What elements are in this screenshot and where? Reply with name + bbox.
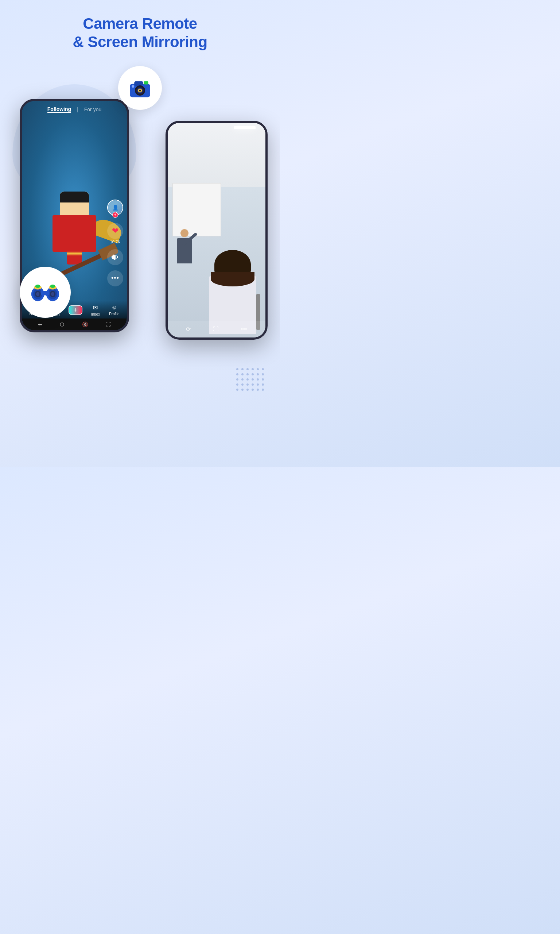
camera-icon (127, 75, 153, 101)
inbox-label: Inbox (91, 312, 100, 316)
nav-profile[interactable]: ☺ Profile (109, 304, 119, 316)
profile-icon: ☺ (111, 304, 117, 311)
svg-point-8 (132, 85, 134, 88)
svg-point-21 (50, 285, 55, 288)
harry-hair (60, 191, 89, 202)
inbox-icon: ✉ (93, 304, 98, 311)
share-button[interactable] (107, 249, 123, 265)
system-nav-bar: ⬅ ⬡ 🔇 ⛶ (22, 319, 127, 330)
volume-icon[interactable]: 🔇 (82, 321, 88, 327)
profile-label: Profile (109, 312, 119, 316)
fullscreen-right-icon[interactable]: ⛶ (213, 326, 219, 332)
phones-container: Following | For you 👤 + ❤ 10.7K (12, 70, 268, 427)
home-sys-icon[interactable]: ⬡ (60, 321, 64, 327)
right-phone-bottom-bar: ⟳ ⛶ ••• (168, 321, 265, 338)
nav-create[interactable]: + (69, 306, 82, 314)
like-button-container: ❤ 10.7K (107, 223, 123, 244)
like-count: 10.7K (110, 240, 121, 244)
harry-head (60, 191, 89, 217)
svg-rect-2 (144, 81, 148, 84)
nav-inbox[interactable]: ✉ Inbox (91, 304, 100, 316)
student-hair (214, 250, 251, 279)
svg-point-12 (36, 292, 39, 296)
follow-plus-badge[interactable]: + (112, 212, 118, 218)
camera-bubble (118, 66, 162, 110)
page-title: Camera Remote & Screen Mirroring (72, 15, 207, 51)
following-tab[interactable]: Following (48, 106, 71, 113)
dots-decoration (236, 368, 264, 391)
students-area (168, 219, 265, 337)
more-options-button[interactable]: ••• (107, 270, 123, 287)
avatar-container: 👤 + (107, 200, 123, 216)
create-button[interactable]: + (69, 306, 82, 314)
for-you-tab[interactable]: For you (84, 106, 102, 113)
binoculars-bubble (20, 267, 71, 318)
more-right-icon[interactable]: ••• (241, 326, 247, 332)
svg-rect-17 (41, 291, 49, 295)
right-phone-screen: ⟳ ⛶ ••• (168, 123, 265, 338)
svg-point-7 (139, 89, 141, 91)
student-hair-curl (211, 272, 254, 287)
rotate-icon[interactable]: ⟳ (186, 326, 191, 333)
like-button[interactable]: ❤ (107, 223, 123, 239)
phone-right: ⟳ ⛶ ••• (166, 121, 268, 340)
classroom-light (234, 126, 255, 129)
tab-divider: | (77, 106, 78, 113)
fullscreen-icon[interactable]: ⛶ (106, 321, 111, 327)
classroom-ceiling (168, 123, 265, 187)
binoculars-icon (31, 281, 60, 303)
svg-rect-1 (134, 81, 143, 85)
harry-torso (52, 215, 96, 252)
tiktok-top-bar: Following | For you (22, 101, 127, 116)
tiktok-right-icons: 👤 + ❤ 10.7K ••• (107, 200, 123, 287)
svg-point-16 (51, 292, 54, 296)
svg-point-20 (35, 285, 40, 288)
back-icon[interactable]: ⬅ (38, 321, 42, 327)
harry-scarf (67, 243, 82, 265)
